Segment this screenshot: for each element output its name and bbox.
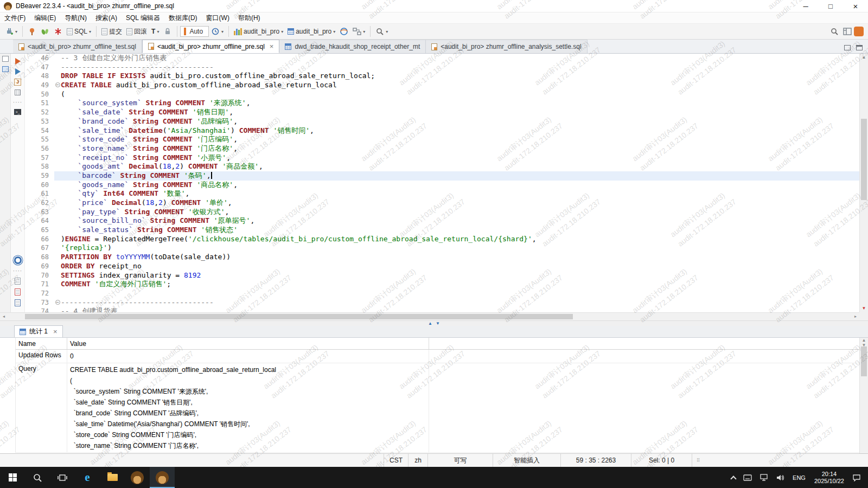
code-line-56[interactable]: 56 `store_name` String COMMENT '门店名称',: [25, 144, 859, 153]
result-grid-icon[interactable]: [15, 89, 21, 95]
code-line-53[interactable]: 53 `brand_code` String COMMENT '品牌编码',: [25, 117, 859, 126]
tray-expand-button[interactable]: [727, 467, 739, 488]
stats-tab[interactable]: 统计 1 ×: [14, 325, 63, 337]
result-row-1[interactable]: QueryCREATE TABLE audit_bi_pro.custom_of…: [16, 363, 859, 453]
dbeaver-taskbar-button-2[interactable]: [150, 467, 175, 488]
menu-item-4[interactable]: SQL 编辑器: [122, 14, 164, 23]
browser-button[interactable]: [337, 25, 350, 38]
menu-item-1[interactable]: 编辑(E): [30, 14, 60, 23]
scroll-left-icon[interactable]: ◂: [0, 313, 8, 320]
editor-tab-2[interactable]: dwd_trade_hkaudit_shop_receipt_other_mt: [279, 40, 426, 53]
quick-search-button[interactable]: [828, 25, 841, 38]
pin-button[interactable]: [25, 25, 39, 38]
result-row-0[interactable]: Updated Rows0: [16, 350, 859, 363]
menu-item-5[interactable]: 数据库(D): [164, 14, 202, 23]
code-line-62[interactable]: 62 `price` Decimal(18,2) COMMENT '单价',: [25, 198, 859, 208]
minimize-view-icon[interactable]: [844, 45, 851, 50]
code-line-55[interactable]: 55 `store_code` String COMMENT '门店编码',: [25, 135, 859, 144]
maximize-view-icon[interactable]: [856, 45, 863, 50]
code-line-74[interactable]: 74-- 4 创建退货表: [25, 307, 859, 312]
network-button[interactable]: ▾: [350, 25, 367, 38]
menu-item-2[interactable]: 导航(N): [60, 14, 91, 23]
code-line-52[interactable]: 52 `sale_date` String COMMENT '销售日期',: [25, 108, 859, 117]
status-segment-1[interactable]: zh: [408, 454, 427, 467]
more-actions-icon[interactable]: ····: [13, 99, 22, 105]
perspective-button[interactable]: [841, 25, 854, 38]
rollback-button[interactable]: 回滚: [124, 25, 149, 38]
minimize-button[interactable]: ─: [793, 0, 818, 12]
commit-mode-selector[interactable]: Auto: [180, 26, 209, 37]
code-area[interactable]: 46-- 3 创建自定义海外门店销售表47-------------------…: [25, 54, 859, 312]
editor-tab-1[interactable]: <audit_bi_pro> zhumr_offline_pre.sql×: [142, 40, 280, 53]
new-connection-button[interactable]: ▾: [3, 25, 20, 38]
code-line-54[interactable]: 54 `sale_time` Datetime('Asia/Shanghai')…: [25, 126, 859, 136]
status-segment-3[interactable]: 智能插入: [493, 454, 560, 467]
language-indicator[interactable]: ENG: [788, 467, 810, 488]
tab-close-icon[interactable]: ×: [53, 328, 58, 336]
editor-tab-0[interactable]: <audit_bi_pro> zhumr_offline_test.sql: [13, 40, 142, 53]
connection-selector[interactable]: audit_bi_pro ▾: [232, 25, 285, 38]
restore-navigator-icon[interactable]: [2, 66, 9, 72]
close-button[interactable]: ×: [843, 0, 868, 12]
tray-volume-button[interactable]: [772, 467, 788, 488]
code-line-59[interactable]: 59 `barcode` String COMMENT '条码',: [25, 171, 859, 181]
code-line-47[interactable]: 47------------------------------------: [25, 63, 859, 72]
file-error-icon[interactable]: [15, 288, 21, 296]
code-line-57[interactable]: 57 `receipt_no` String COMMENT '小票号',: [25, 153, 859, 163]
action-center-button[interactable]: [848, 467, 865, 488]
refresh-connection-button[interactable]: [39, 25, 52, 38]
file-chart-icon[interactable]: [15, 299, 21, 306]
fold-marker-icon[interactable]: −: [54, 81, 61, 90]
scroll-up-icon[interactable]: ▲: [860, 338, 868, 343]
code-line-67[interactable]: 67'{replica}'): [25, 243, 859, 253]
code-line-64[interactable]: 64 `source_bill_no` String COMMENT '原单据号…: [25, 216, 859, 226]
code-line-60[interactable]: 60 `goods_name` String COMMENT '商品名称',: [25, 181, 859, 190]
collapse-down-icon[interactable]: ▼: [436, 322, 440, 326]
transaction-mode-button[interactable]: T ▾: [149, 25, 161, 38]
editor-vertical-scrollbar[interactable]: ▲ ▼: [859, 54, 868, 312]
results-vertical-scrollbar[interactable]: ▲ ▼: [859, 338, 868, 453]
status-segment-2[interactable]: 可写: [427, 454, 493, 467]
scrollbar-thumb[interactable]: [25, 314, 573, 319]
file-explorer-button[interactable]: [100, 467, 125, 488]
editor-horizontal-scrollbar[interactable]: ◂ ▸: [0, 312, 859, 320]
taskbar-search-button[interactable]: [25, 467, 50, 488]
menu-item-6[interactable]: 窗口(W): [202, 14, 234, 23]
code-line-58[interactable]: 58 `goods_amt` Decimal(18,2) COMMENT '商品…: [25, 162, 859, 171]
status-segment-0[interactable]: CST: [384, 454, 408, 467]
code-line-73[interactable]: 73−------------------------------------: [25, 298, 859, 307]
dbeaver-taskbar-button-1[interactable]: [125, 467, 150, 488]
invalidate-button[interactable]: [52, 25, 65, 38]
tray-keyboard-button[interactable]: [739, 467, 756, 488]
explain-plan-icon[interactable]: J: [14, 79, 21, 86]
code-line-71[interactable]: 71COMMENT '自定义海外门店销售';: [25, 280, 859, 289]
results-col-value[interactable]: Value: [67, 338, 429, 349]
menu-item-3[interactable]: 搜索(A): [91, 14, 122, 23]
edge-browser-button[interactable]: e: [75, 467, 100, 488]
menu-item-7[interactable]: 帮助(H): [234, 14, 265, 23]
sql-editor-button[interactable]: SQL ▾: [65, 25, 93, 38]
start-button[interactable]: [0, 467, 25, 488]
toolbar-search-button[interactable]: ▾: [373, 25, 390, 38]
code-line-70[interactable]: 70SETTINGS index_granularity = 8192: [25, 271, 859, 280]
menu-item-0[interactable]: 文件(F): [0, 14, 30, 23]
tray-network-button[interactable]: [756, 467, 772, 488]
code-line-48[interactable]: 48DROP TABLE IF EXISTS audit_bi_pro.cust…: [25, 72, 859, 81]
code-line-72[interactable]: 72: [25, 289, 859, 298]
code-line-66[interactable]: 66)ENGINE = ReplicatedMergeTree('/clickh…: [25, 235, 859, 244]
code-line-68[interactable]: 68PARTITION BY toYYYYMM(toDate(sale_date…: [25, 253, 859, 262]
panel-splitter[interactable]: ▲ ▼: [0, 320, 868, 326]
code-line-61[interactable]: 61 `qty` Int64 COMMENT '数量',: [25, 189, 859, 198]
tab-close-icon[interactable]: ×: [270, 42, 274, 50]
scrollbar-thumb[interactable]: [861, 346, 867, 376]
output-console-icon[interactable]: >_: [14, 109, 21, 115]
code-line-51[interactable]: 51 `source_system` String COMMENT '来源系统'…: [25, 99, 859, 108]
transaction-log-button[interactable]: ▾: [209, 25, 226, 38]
expand-up-icon[interactable]: ▲: [428, 322, 432, 326]
code-line-46[interactable]: 46-- 3 创建自定义海外门店销售表: [25, 54, 859, 63]
execute-script-icon[interactable]: [15, 68, 21, 75]
fold-marker-icon[interactable]: −: [54, 298, 61, 307]
status-segment-4[interactable]: 59 : 35 : 2263: [560, 454, 631, 467]
more-actions-icon[interactable]: ····: [13, 268, 22, 274]
file-icon[interactable]: [15, 278, 21, 285]
